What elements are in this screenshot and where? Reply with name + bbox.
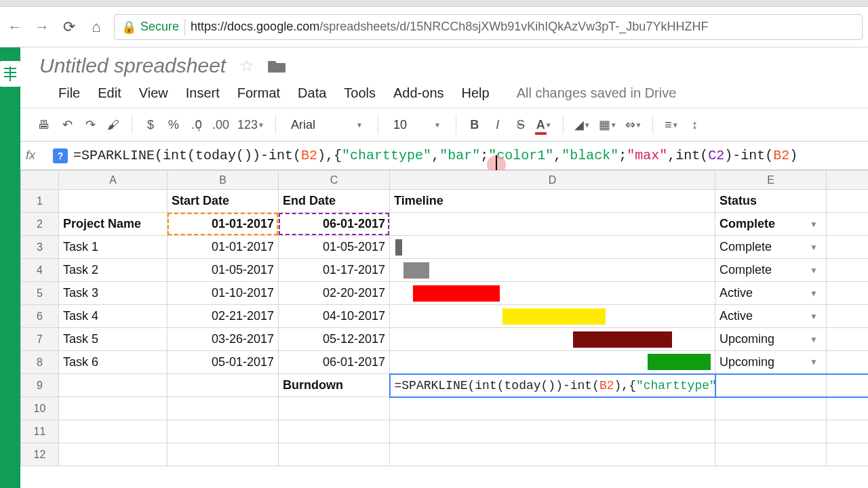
col-header-e[interactable]: E <box>715 171 827 190</box>
cell[interactable] <box>715 397 827 420</box>
cell[interactable]: 05-01-2017 <box>167 351 279 374</box>
cell[interactable] <box>390 420 715 443</box>
cell[interactable] <box>279 397 390 420</box>
cell-status[interactable]: Active▼ <box>715 282 827 305</box>
font-size-dropdown[interactable]: 10▼ <box>387 118 448 132</box>
sheets-logo-icon[interactable] <box>0 61 20 87</box>
formula-text[interactable]: =SPARKLINE(int(today())-int(B2),{"chartt… <box>73 148 797 163</box>
currency-icon[interactable]: $ <box>140 114 161 136</box>
cell[interactable] <box>827 305 869 328</box>
menu-edit[interactable]: Edit <box>98 85 121 101</box>
text-color-icon[interactable]: A ▼ <box>534 114 555 136</box>
menu-tools[interactable]: Tools <box>344 85 376 101</box>
increase-decimal-icon[interactable]: .00 <box>210 114 232 136</box>
merge-cells-icon[interactable]: ⇔ ▼ <box>623 114 645 136</box>
row-header[interactable]: 2 <box>21 213 59 236</box>
cell[interactable] <box>390 397 715 420</box>
cell[interactable]: 01-17-2017 <box>279 259 390 282</box>
cell[interactable] <box>59 397 167 420</box>
cell[interactable]: 01-01-2017 <box>167 236 279 259</box>
cell-status[interactable]: Active▼ <box>715 305 827 328</box>
back-button[interactable]: ← <box>5 18 24 37</box>
decrease-decimal-icon[interactable]: .0̣ <box>186 114 207 136</box>
italic-icon[interactable]: I <box>488 114 508 136</box>
col-header-f[interactable] <box>827 171 869 190</box>
home-button[interactable]: ⌂ <box>87 18 106 37</box>
redo-icon[interactable]: ↷ <box>80 114 100 136</box>
cell-status[interactable]: Upcoming▼ <box>715 351 827 374</box>
cell[interactable]: Task 5 <box>59 328 167 351</box>
chevron-down-icon[interactable]: ▼ <box>810 357 818 367</box>
borders-icon[interactable]: ▦ ▼ <box>596 114 620 136</box>
cell[interactable]: Task 3 <box>59 282 167 305</box>
strikethrough-icon[interactable]: S <box>511 114 531 136</box>
cell[interactable]: Status <box>715 190 827 213</box>
cell[interactable]: Start Date <box>167 190 279 213</box>
cell[interactable]: 01-10-2017 <box>167 282 279 305</box>
menu-file[interactable]: File <box>58 85 80 101</box>
cell[interactable] <box>827 282 869 305</box>
cell-status[interactable]: Complete▼ <box>715 236 827 259</box>
cell-sparkline[interactable] <box>390 282 715 305</box>
cell-c2[interactable]: 06-01-2017 <box>279 213 390 236</box>
col-header-d[interactable]: D <box>390 171 715 190</box>
star-icon[interactable]: ☆ <box>239 56 254 75</box>
cell[interactable] <box>59 374 167 397</box>
chevron-down-icon[interactable]: ▼ <box>810 243 818 252</box>
cell-b2[interactable]: 01-01-2017 <box>167 213 279 236</box>
cell[interactable] <box>715 374 827 397</box>
cell[interactable] <box>827 328 869 351</box>
fill-color-icon[interactable]: ◢ ▼ <box>572 114 593 136</box>
folder-icon[interactable] <box>268 59 285 73</box>
cell[interactable]: End Date <box>279 190 390 213</box>
spreadsheet-grid[interactable]: A B C D E 1 Start Date End Date Timeline… <box>20 170 868 488</box>
formula-bar[interactable]: fx ? =SPARKLINE(int(today())-int(B2),{"c… <box>20 142 868 170</box>
cell[interactable]: Task 2 <box>59 259 167 282</box>
formula-help-icon[interactable]: ? <box>53 148 68 163</box>
cell[interactable] <box>715 420 827 443</box>
cell[interactable]: 01-05-2017 <box>167 259 279 282</box>
select-all-corner[interactable] <box>21 171 59 190</box>
cell-sparkline[interactable] <box>390 305 715 328</box>
cell[interactable] <box>390 443 715 466</box>
document-title[interactable]: Untitled spreadsheet <box>39 54 226 77</box>
cell[interactable] <box>167 374 279 397</box>
paint-format-icon[interactable]: 🖌 <box>103 114 123 136</box>
cell[interactable] <box>59 443 167 466</box>
chevron-down-icon[interactable]: ▼ <box>810 335 818 344</box>
menu-format[interactable]: Format <box>237 85 280 101</box>
number-format-dropdown[interactable]: 123 ▼ <box>235 114 267 136</box>
row-header[interactable]: 11 <box>21 420 59 443</box>
cell[interactable]: Burndown <box>279 374 390 397</box>
cell[interactable] <box>827 420 869 443</box>
col-header-c[interactable]: C <box>279 171 390 190</box>
row-header[interactable]: 10 <box>21 397 59 420</box>
chevron-down-icon[interactable]: ▼ <box>810 220 818 229</box>
cell-status[interactable]: Complete▼ <box>715 259 827 282</box>
cell[interactable] <box>827 374 869 397</box>
cell[interactable] <box>59 420 167 443</box>
cell-sparkline[interactable] <box>390 328 715 351</box>
row-header[interactable]: 7 <box>21 328 59 351</box>
menu-view[interactable]: View <box>139 85 168 101</box>
col-header-a[interactable]: A <box>59 171 167 190</box>
row-header[interactable]: 4 <box>21 259 59 282</box>
col-header-b[interactable]: B <box>167 171 279 190</box>
cell[interactable] <box>715 443 827 466</box>
chevron-down-icon[interactable]: ▼ <box>810 312 818 321</box>
cell[interactable]: Task 4 <box>59 305 167 328</box>
font-family-dropdown[interactable]: Arial▼ <box>284 118 370 132</box>
print-icon[interactable]: 🖶 <box>34 114 54 136</box>
cell[interactable] <box>167 397 279 420</box>
cell[interactable]: Task 1 <box>59 236 167 259</box>
row-header[interactable]: 12 <box>21 443 59 466</box>
cell[interactable] <box>390 213 715 236</box>
cell[interactable]: Project Name <box>59 213 167 236</box>
chevron-down-icon[interactable]: ▼ <box>810 289 818 298</box>
cell[interactable]: 02-20-2017 <box>279 282 390 305</box>
cell[interactable] <box>59 190 167 213</box>
cell[interactable] <box>827 213 869 236</box>
row-header[interactable]: 1 <box>21 190 59 213</box>
cell[interactable]: Task 6 <box>59 351 167 374</box>
menu-data[interactable]: Data <box>298 85 326 101</box>
